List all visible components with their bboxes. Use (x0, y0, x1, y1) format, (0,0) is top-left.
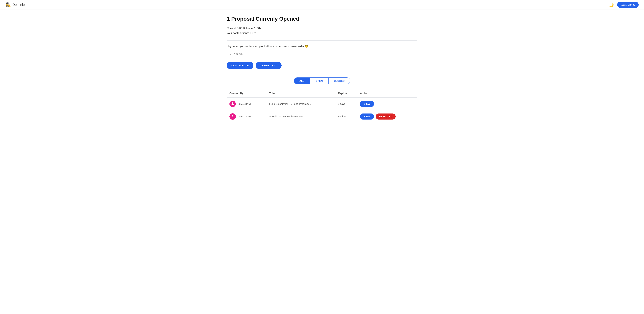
page-title: 1 Proposal Currenly Opened (227, 16, 417, 22)
col-expires: Expires (335, 90, 357, 98)
creator-cell: 0x56...3A61 (227, 110, 266, 123)
filter-tab-open[interactable]: OPEN (310, 78, 328, 84)
col-title: Title (266, 90, 335, 98)
contribute-button[interactable]: CONTRIBUTE (227, 62, 254, 69)
brand-name: Dominion (12, 3, 26, 7)
avatar (230, 113, 236, 120)
contribute-input[interactable] (227, 51, 280, 58)
action-buttons: CONTRIBUTE LOGIN CHAT (227, 62, 417, 69)
col-action: Action (357, 90, 417, 98)
expires-value: Expired (335, 110, 357, 123)
view-button[interactable]: VIEW (360, 114, 374, 120)
contributions-label: Your contributions: (227, 32, 249, 34)
rejected-button[interactable]: REJECTED (376, 114, 396, 120)
dao-balance-value: 1 Eth (254, 27, 261, 30)
action-cell: VIEW (357, 98, 417, 110)
filter-tab-all[interactable]: ALL (294, 78, 310, 84)
proposal-title: Fund Celebration Tv Food Program... (266, 98, 335, 110)
main-content: 1 Proposal Currenly Opened Current DAO B… (221, 10, 422, 133)
col-created-by: Created By (227, 90, 266, 98)
wallet-button[interactable]: 0X11...60FC (617, 2, 639, 8)
creator-address: 0x56...3A61 (238, 102, 251, 105)
creator-cell: 0x56...3A61 (227, 98, 266, 110)
table-row: 0x56...3A61 Fund Celebration Tv Food Pro… (227, 98, 417, 110)
filter-row: ALL OPEN CLOSED (227, 78, 417, 84)
brand-icon: 🕵️ (5, 2, 11, 8)
expires-value: 6 days (335, 98, 357, 110)
dao-info: Current DAO Balance: 1 Eth Your contribu… (227, 26, 417, 36)
proposals-table: Created By Title Expires Action 0x56...3 (227, 90, 417, 123)
dao-balance-label: Current DAO Balance: (227, 27, 254, 30)
action-cell: VIEW REJECTED (357, 110, 417, 123)
table-row: 0x56...3A61 Should Donate to Ukraine War… (227, 110, 417, 123)
creator-address: 0x56...3A61 (238, 115, 251, 118)
stake-message: Hey, when you contribute upto 1 ether yo… (227, 44, 417, 48)
filter-tabs: ALL OPEN CLOSED (294, 78, 350, 84)
contributions-value: 0 Eth (250, 32, 256, 34)
navbar: 🕵️ Dominion 🌙 0X11...60FC (0, 0, 644, 10)
login-chat-button[interactable]: LOGIN CHAT (256, 62, 282, 69)
table-header-row: Created By Title Expires Action (227, 90, 417, 98)
avatar (230, 101, 236, 107)
proposal-title: Should Donate to Ukraine War... (266, 110, 335, 123)
moon-icon[interactable]: 🌙 (609, 2, 614, 7)
filter-tab-closed[interactable]: CLOSED (328, 78, 350, 84)
navbar-right: 🌙 0X11...60FC (609, 2, 639, 8)
brand: 🕵️ Dominion (5, 2, 26, 8)
view-button[interactable]: VIEW (360, 101, 374, 107)
